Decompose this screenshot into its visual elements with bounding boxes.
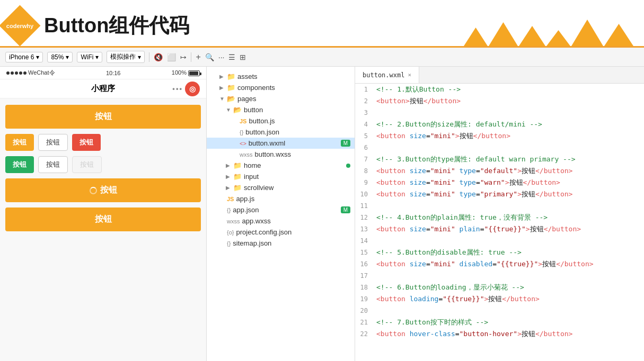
code-area[interactable]: 1<!-- 1.默认Button --> 2<button>按钮</button… [355,84,644,361]
button-hover[interactable]: 按钮 [5,207,201,231]
folder-open-icon: 📂 [233,106,242,114]
tree-label: app.wxss [242,217,350,225]
code-tab-button-wxml[interactable]: button.wxml × [355,67,419,83]
tree-item-components[interactable]: ▶ 📁 components [207,82,355,93]
chevron-right-icon: ▶ [219,74,225,79]
code-line-16: 16<button size="mini" disabled="{{true}}… [355,258,644,270]
toolbar: iPhone 6 ▾ 85% ▾ WiFi ▾ 模拟操作 ▾ 🔇 ⬜ ↦ + 🔍… [0,48,644,67]
device-select[interactable]: iPhone 6 ▾ [5,52,43,62]
button-mini-plain[interactable]: 按钮 [38,156,68,173]
tree-item-input[interactable]: ▶ 📁 input [207,171,355,182]
phone-status-bar: WeChat令 10:16 100% [0,67,206,79]
mute-icon[interactable]: 🔇 [154,53,163,61]
wxss-file-icon: wxss [240,151,252,158]
mode-select[interactable]: 模拟操作 ▾ [107,51,145,63]
chevron-down-icon: ▼ [219,96,225,102]
tree-item-button-wxml[interactable]: ▶ <> button.wxml M [207,138,355,149]
tree-label: scrollview [244,184,350,192]
mountain-icon [571,20,603,46]
button-loading[interactable]: 按钮 [5,178,201,202]
tree-label: button.json [245,128,350,136]
tree-item-button-wxss[interactable]: ▶ wxss button.wxss [207,149,355,160]
button-mini-white[interactable]: 按钮 [38,134,68,151]
tree-item-app-wxss[interactable]: ▶ wxss app.wxss [207,215,355,227]
mode-label: 模拟操作 [110,52,136,61]
code-line-6: 6 [355,142,644,154]
time-display: 10:16 [106,70,121,76]
file-tree-panel: ▶ 📁 assets ▶ 📁 components ▼ 📂 pages ▼ 📂 … [207,67,355,361]
tree-item-project-config[interactable]: ▶ {o} project.config.json [207,227,355,238]
tree-item-scrollview[interactable]: ▶ 📁 scrollview [207,182,355,193]
code-line-13: 13<button size="mini" plain="{{true}}">按… [355,223,644,235]
button-mini-orange[interactable]: 按钮 [5,134,34,151]
list-icon[interactable]: ☰ [228,53,235,61]
json-file-icon: {} [227,240,231,247]
button-loading-label: 按钮 [100,185,117,196]
code-editor-panel: button.wxml × 1<!-- 1.默认Button --> 2<but… [355,67,644,361]
tree-item-pages[interactable]: ▼ 📂 pages [207,93,355,104]
export-icon[interactable]: ↦ [180,53,187,61]
tree-label: button.wxss [254,150,350,158]
mountain-icon [464,28,488,46]
network-label: WiFi [81,53,93,61]
tree-item-app-json[interactable]: ▶ {} app.json M [207,204,355,215]
tree-label: app.json [233,206,338,214]
tree-label: sitemap.json [233,239,350,247]
search-icon[interactable]: 🔍 [205,53,214,61]
more-icon[interactable]: ··· [218,53,225,61]
window-icon[interactable]: ⬜ [167,53,176,61]
folder-icon: 📁 [233,173,242,180]
code-line-5: 5<button size="mini">按钮</button> [355,130,644,142]
tree-label: components [237,84,350,92]
nav-target-button[interactable]: ◎ [185,82,200,96]
separator [149,52,149,62]
code-line-2: 2<button>按钮</button> [355,95,644,107]
json-file-icon: {} [240,129,243,136]
button-default-full[interactable]: 按钮 [5,105,201,129]
main-content: WeChat令 10:16 100% 小程序 ••• ◎ 按钮 按钮 按钮 按钮… [0,67,644,361]
button-mini-red[interactable]: 按钮 [72,134,101,151]
tree-label: project.config.json [236,228,350,236]
folder-icon: 📁 [233,184,242,192]
phone-nav-bar: 小程序 ••• ◎ [0,79,206,98]
code-line-22: 22<button hover-class="button-hover">按钮<… [355,328,644,340]
code-line-4: 4<!-- 2.Button的size属性: default/mini --> [355,119,644,130]
tree-item-button-folder[interactable]: ▼ 📂 button [207,104,355,115]
tree-label: button.js [249,117,350,125]
tree-item-button-js[interactable]: ▶ JS button.js [207,115,355,127]
add-icon[interactable]: + [196,52,200,62]
tree-item-home[interactable]: ▶ 📁 home [207,160,355,171]
phone-content: 按钮 按钮 按钮 按钮 按钮 按钮 按钮 按钮 按钮 [0,98,206,361]
wxml-file-icon: <> [240,140,246,147]
button-mini-green[interactable]: 按钮 [5,156,34,173]
logo: coderwhy [0,5,40,47]
tree-item-app-js[interactable]: ▶ JS app.js [207,193,355,204]
status-left: WeChat令 [6,69,55,77]
code-line-19: 19<button loading="{{true}}">按钮</button> [355,293,644,305]
network-select[interactable]: WiFi ▾ [77,52,102,62]
button-row-mini: 按钮 按钮 按钮 [5,134,201,151]
tree-item-assets[interactable]: ▶ 📁 assets [207,71,355,82]
tree-item-sitemap-json[interactable]: ▶ {} sitemap.json [207,238,355,249]
tree-item-button-json[interactable]: ▶ {} button.json [207,127,355,138]
signal-dot [6,71,10,75]
modified-badge: M [341,140,350,147]
chevron-down-icon: ▼ [226,107,231,113]
js-file-icon: JS [240,118,246,124]
tree-label: pages [237,95,350,103]
code-line-15: 15<!-- 5.Button的disable属性: true --> [355,247,644,258]
chevron-right-icon: ▶ [226,174,231,179]
chevron-right-icon: ▶ [219,85,225,91]
nav-dots-icon[interactable]: ••• [172,85,183,93]
panel-icon[interactable]: ⊞ [240,53,246,61]
code-line-7: 7<!-- 3.Button的type属性: default warn prim… [355,154,644,165]
zoom-select[interactable]: 85% ▾ [47,52,73,62]
mountain-icon [519,26,545,46]
separator [191,52,191,62]
tab-close-button[interactable]: × [408,71,411,78]
tree-label: app.js [236,195,350,203]
button-mini-disabled: 按钮 [72,156,102,173]
code-line-3: 3 [355,107,644,119]
carrier-label: WeChat令 [28,69,55,77]
code-line-21: 21<!-- 7.Button按下时的样式 --> [355,317,644,328]
